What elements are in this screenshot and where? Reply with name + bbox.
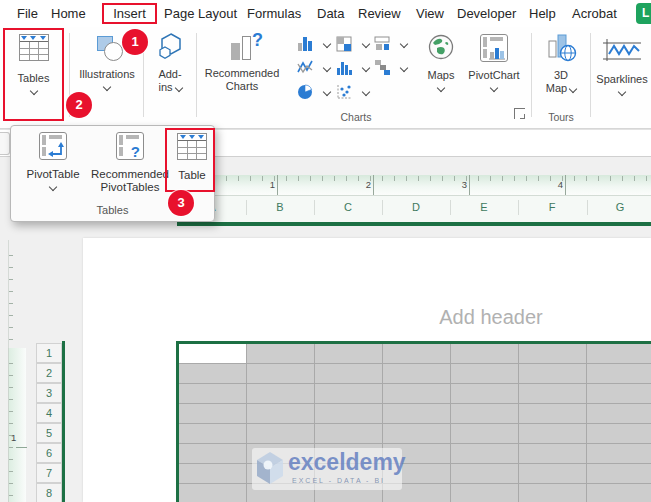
insert-waterfall-chart-button[interactable] <box>374 58 410 80</box>
chevron-down-icon <box>103 83 111 91</box>
menu-bar: File Home Page Layout Formulas Data Revi… <box>0 0 651 27</box>
insert-histogram-chart-button[interactable] <box>336 58 372 80</box>
line-chart-icon <box>297 59 314 76</box>
pivottable-label: PivotTable <box>17 168 89 181</box>
column-header-f[interactable]: F <box>540 201 564 213</box>
ribbon: Tables Illustrations Add- ins ? Recommen… <box>0 27 651 129</box>
annotation-step-3: 3 <box>168 190 194 216</box>
chevron-down-icon <box>49 183 57 191</box>
add-header-placeholder[interactable]: Add header <box>411 306 571 329</box>
3d-map-label2: Map <box>546 82 567 94</box>
add-ins-button[interactable]: Add- ins <box>146 30 194 94</box>
pivotchart-button[interactable]: PivotChart <box>461 30 527 91</box>
ruler-ticks <box>9 244 13 344</box>
ruler-number: 4 <box>545 179 563 190</box>
row-header-1[interactable]: 1 <box>36 343 62 363</box>
ruler-number: 1 <box>257 179 275 190</box>
add-ins-label2: ins <box>158 81 172 93</box>
annotation-step-1: 1 <box>122 29 148 55</box>
illustrations-label: Illustrations <box>73 68 141 81</box>
name-box[interactable] <box>0 132 10 155</box>
insert-line-chart-button[interactable] <box>297 58 333 80</box>
tab-formulas[interactable]: Formulas <box>247 6 301 21</box>
annotation-box-tables <box>3 28 64 121</box>
menu-item-pivottable[interactable]: PivotTable <box>17 130 89 190</box>
row-header-5[interactable]: 5 <box>36 423 62 443</box>
maps-button[interactable]: Maps <box>423 30 459 91</box>
chevron-down-icon <box>400 64 408 72</box>
recommended-charts-button[interactable]: ? Recommended Charts <box>203 30 281 93</box>
exceldemy-logo-icon <box>254 450 286 486</box>
active-cell-a1[interactable] <box>179 344 246 363</box>
selected-columns-underline <box>177 222 651 226</box>
row-header-2[interactable]: 2 <box>36 363 62 383</box>
row-header-8[interactable]: 8 <box>36 483 62 502</box>
insert-quadrant-chart-button[interactable] <box>336 34 372 56</box>
tab-review[interactable]: Review <box>358 6 401 21</box>
waterfall-chart-icon <box>374 59 391 76</box>
tab-data[interactable]: Data <box>317 6 344 21</box>
3d-map-icon <box>536 30 586 69</box>
tab-page-layout[interactable]: Page Layout <box>164 6 237 21</box>
pivotchart-icon <box>461 30 527 69</box>
column-header-c[interactable]: C <box>336 201 360 213</box>
insert-scatter-chart-button[interactable] <box>336 82 372 104</box>
3d-map-button[interactable]: 3D Map <box>536 30 586 95</box>
maps-label: Maps <box>423 69 459 82</box>
hierarchy-chart-icon <box>374 35 391 52</box>
recommended-pivottables-icon: ? <box>91 130 169 164</box>
tab-acrobat[interactable]: Acrobat <box>572 6 617 21</box>
watermark-tagline: EXCEL - DATA - BI <box>292 477 385 484</box>
vertical-ruler: 1 <box>8 348 26 502</box>
column-chart-icon <box>297 35 314 52</box>
chevron-down-icon <box>490 84 498 92</box>
exceldemy-watermark: exceldemy EXCEL - DATA - BI <box>252 448 402 490</box>
maps-globe-icon <box>423 30 459 69</box>
chevron-down-icon <box>569 85 577 93</box>
sparklines-button[interactable]: Sparklines <box>593 30 651 95</box>
grid-cells[interactable] <box>179 344 651 502</box>
tab-insert[interactable]: Insert <box>104 5 155 22</box>
insert-pie-chart-button[interactable] <box>297 82 333 104</box>
column-header-g[interactable]: G <box>608 201 632 213</box>
row-header-3[interactable]: 3 <box>36 383 62 403</box>
insert-column-chart-button[interactable] <box>297 34 333 56</box>
chevron-down-icon <box>618 88 626 96</box>
annotation-box-insert: Insert <box>102 3 157 24</box>
row-header-6[interactable]: 6 <box>36 443 62 463</box>
ruler-ticks <box>9 352 13 498</box>
tab-file[interactable]: File <box>17 6 38 21</box>
quadrant-chart-icon <box>336 35 353 52</box>
charts-dialog-launcher-icon[interactable] <box>514 108 525 119</box>
tab-view[interactable]: View <box>416 6 444 21</box>
row-header-4[interactable]: 4 <box>36 403 62 423</box>
row-header-7[interactable]: 7 <box>36 463 62 483</box>
ruler-number: 1 <box>11 432 16 443</box>
insert-hierarchy-chart-button[interactable] <box>374 34 410 56</box>
live-badge[interactable]: L <box>636 3 651 24</box>
horizontal-ruler: 1 2 3 4 <box>152 175 651 196</box>
pivotchart-label: PivotChart <box>461 69 527 82</box>
column-header-e[interactable]: E <box>472 201 496 213</box>
column-header-b[interactable]: B <box>268 201 292 213</box>
chevron-down-icon <box>323 64 331 72</box>
selected-rows-bar <box>62 341 65 502</box>
3d-map-label: 3D <box>536 69 586 82</box>
recommended-pivottables-label: Recommended <box>91 168 169 181</box>
tab-home[interactable]: Home <box>51 6 86 21</box>
column-header-d[interactable]: D <box>404 201 428 213</box>
tab-developer[interactable]: Developer <box>457 6 516 21</box>
column-headers: A B C D E F G <box>152 196 651 222</box>
pivottable-icon <box>17 130 89 164</box>
recommended-pivottables-label2: PivotTables <box>91 181 169 194</box>
excel-window: { "menu": { "items": [ {"label": "File"}… <box>0 0 651 502</box>
tab-help[interactable]: Help <box>529 6 556 21</box>
ruler-number: 2 <box>353 179 371 190</box>
annotation-box-table <box>165 128 215 192</box>
sparklines-icon <box>593 30 651 73</box>
selected-cell-range[interactable] <box>176 341 651 502</box>
recommended-charts-label2: Charts <box>203 80 281 93</box>
chevron-down-icon <box>362 64 370 72</box>
menu-item-recommended-pivottables[interactable]: ? Recommended PivotTables <box>91 130 169 194</box>
tours-group-label: Tours <box>536 111 586 123</box>
